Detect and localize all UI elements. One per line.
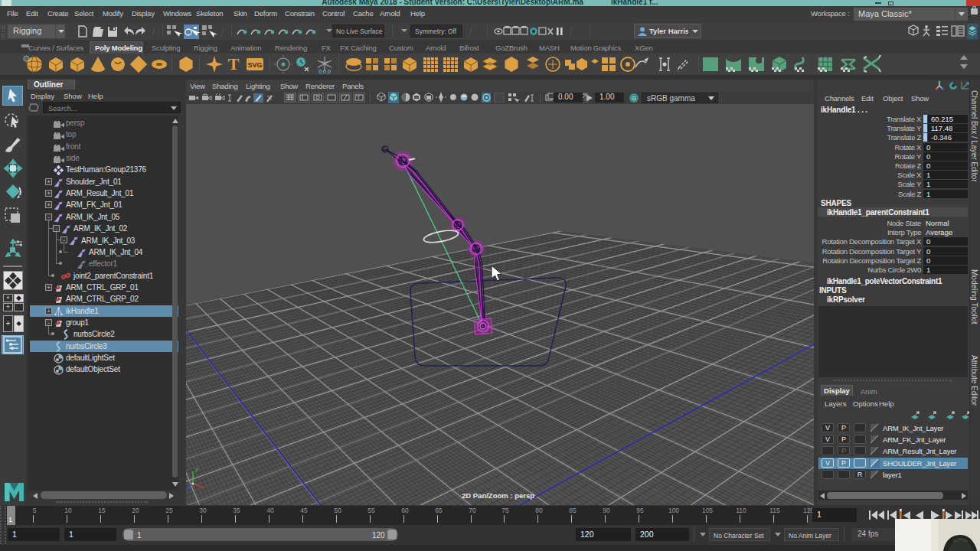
svg-text:T: T bbox=[228, 54, 240, 73]
svg-text:2D Pan/Zoom : persp: 2D Pan/Zoom : persp bbox=[462, 491, 534, 500]
svg-text:y: y bbox=[195, 465, 198, 472]
svg-text:0,0,0: 0,0,0 bbox=[318, 69, 331, 74]
svg-text:T: T bbox=[357, 95, 361, 100]
svg-text:G: G bbox=[632, 96, 635, 101]
svg-text:SVG: SVG bbox=[247, 61, 262, 69]
